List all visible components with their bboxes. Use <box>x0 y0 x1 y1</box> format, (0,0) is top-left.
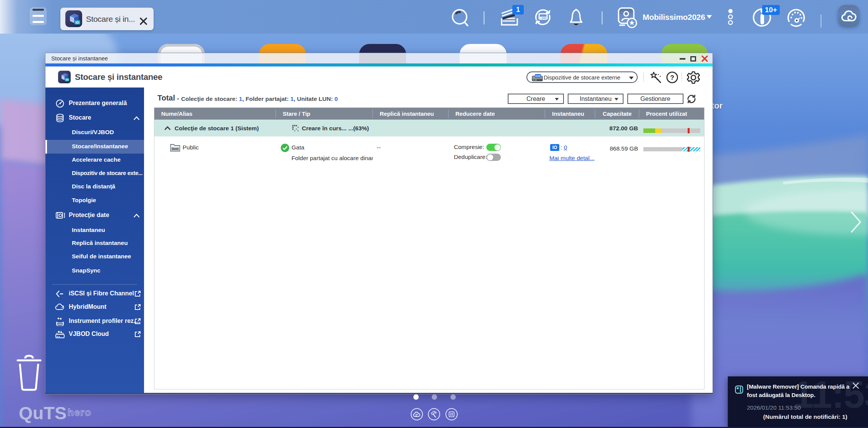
svg-text:RAID: RAID <box>535 75 540 77</box>
svg-text:IO: IO <box>76 21 79 24</box>
svg-text:IO: IO <box>66 78 68 81</box>
svg-text:?: ? <box>670 74 674 81</box>
